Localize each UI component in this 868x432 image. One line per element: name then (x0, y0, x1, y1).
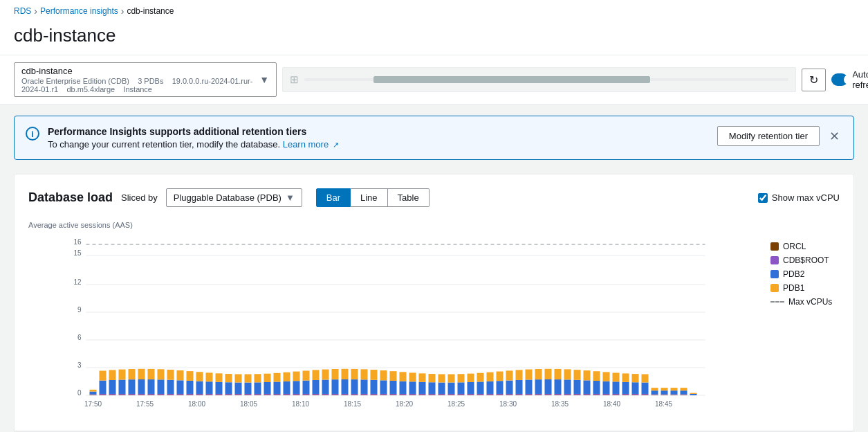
auto-refresh-toggle[interactable]: Auto refresh (831, 69, 868, 90)
svg-rect-132 (361, 379, 368, 394)
breadcrumb-performance-insights[interactable]: Performance insights (40, 6, 118, 16)
svg-rect-99 (284, 394, 290, 395)
instance-type: db.m5.4xlarge (66, 85, 115, 93)
svg-rect-34 (129, 395, 136, 395)
svg-rect-233 (603, 372, 610, 381)
svg-rect-204 (535, 379, 542, 394)
svg-rect-149 (400, 372, 407, 381)
svg-rect-68 (206, 381, 213, 394)
sliced-by-selector[interactable]: Pluggable Database (PDB) ▼ (166, 188, 302, 207)
info-banner-actions: Modify retention tier ✕ (717, 126, 842, 146)
svg-text:18:40: 18:40 (603, 400, 620, 408)
svg-rect-225 (584, 370, 591, 380)
svg-rect-146 (400, 395, 407, 395)
svg-rect-212 (555, 379, 562, 394)
svg-rect-208 (545, 379, 552, 394)
svg-rect-192 (506, 381, 513, 394)
show-max-vcpu-checkbox[interactable] (758, 193, 768, 203)
svg-rect-38 (138, 395, 145, 395)
svg-rect-98 (284, 395, 290, 395)
svg-rect-56 (177, 380, 184, 394)
svg-rect-90 (264, 395, 271, 395)
svg-text:18:25: 18:25 (447, 400, 465, 408)
svg-rect-260 (671, 390, 678, 394)
time-range-selector[interactable]: ⊞ (282, 67, 796, 92)
svg-rect-110 (313, 395, 320, 395)
svg-rect-156 (419, 382, 426, 394)
svg-rect-215 (564, 394, 571, 395)
modify-retention-tier-button[interactable]: Modify retention tier (717, 126, 820, 146)
svg-rect-73 (216, 373, 223, 381)
database-load-panel: Database load Sliced by Pluggable Databa… (14, 174, 854, 431)
svg-rect-23 (100, 394, 107, 395)
svg-rect-201 (526, 370, 533, 380)
controls-bar: cdb-instance Oracle Enterprise Edition (… (0, 55, 868, 105)
info-banner-text: Performance Insights supports additional… (48, 126, 709, 150)
svg-rect-22 (100, 395, 107, 395)
tab-bar[interactable]: Bar (316, 188, 351, 207)
chart-container: 16 15 12 9 6 3 0 (28, 235, 840, 417)
legend-cdbroot: CDB$ROOT (770, 255, 840, 265)
svg-rect-69 (206, 372, 213, 381)
svg-rect-75 (225, 394, 232, 395)
y-axis-label: Average active sessions (AAS) (28, 221, 840, 229)
tab-line[interactable]: Line (351, 188, 388, 207)
svg-rect-25 (100, 371, 107, 381)
svg-rect-92 (264, 382, 271, 394)
show-max-vcpu-label: Show max vCPU (772, 192, 840, 203)
svg-text:12: 12 (73, 278, 82, 286)
instance-select-content: cdb-instance Oracle Enterprise Edition (… (21, 66, 254, 93)
chart-area: Average active sessions (AAS) 16 15 12 9… (28, 221, 840, 417)
svg-rect-62 (196, 395, 203, 395)
svg-rect-203 (535, 394, 542, 395)
svg-rect-248 (642, 382, 649, 393)
svg-rect-89 (255, 374, 261, 382)
svg-rect-224 (584, 380, 591, 394)
svg-rect-197 (516, 370, 523, 380)
svg-rect-71 (216, 394, 223, 395)
svg-rect-187 (497, 394, 504, 395)
sliced-by-value: Pluggable Database (PDB) (174, 192, 281, 203)
svg-rect-150 (409, 395, 416, 395)
svg-rect-133 (361, 369, 368, 379)
tab-table[interactable]: Table (388, 188, 430, 207)
learn-more-link[interactable]: Learn more ↗ (283, 139, 339, 150)
refresh-button[interactable]: ↻ (802, 69, 826, 91)
svg-rect-32 (119, 380, 126, 394)
close-banner-button[interactable]: ✕ (827, 129, 842, 144)
svg-rect-140 (380, 380, 387, 394)
instance-selector[interactable]: cdb-instance Oracle Enterprise Edition (… (14, 62, 277, 97)
svg-rect-59 (187, 394, 194, 395)
breadcrumb-rds[interactable]: RDS (14, 6, 31, 16)
svg-rect-239 (622, 394, 629, 395)
svg-rect-101 (284, 372, 290, 381)
svg-rect-52 (167, 380, 174, 394)
legend-pdb2: PDB2 (770, 269, 840, 279)
legend-dash-maxvcpu (770, 301, 784, 303)
svg-text:18:30: 18:30 (499, 400, 517, 408)
svg-rect-129 (351, 369, 358, 379)
svg-rect-21 (90, 390, 97, 392)
svg-rect-199 (526, 394, 533, 395)
svg-rect-211 (555, 394, 562, 395)
svg-rect-194 (516, 395, 523, 395)
svg-rect-151 (409, 394, 416, 395)
breadcrumb-current: cdb-instance (127, 6, 174, 16)
svg-rect-117 (322, 370, 329, 380)
svg-rect-257 (661, 388, 668, 390)
svg-rect-217 (564, 369, 571, 379)
svg-rect-87 (255, 394, 261, 395)
svg-rect-249 (642, 374, 649, 382)
svg-rect-166 (448, 395, 455, 395)
svg-rect-19 (90, 395, 97, 395)
svg-rect-206 (545, 395, 552, 395)
svg-rect-116 (322, 379, 329, 393)
svg-rect-48 (158, 379, 165, 394)
svg-rect-61 (187, 371, 194, 381)
sliced-by-chevron: ▼ (286, 192, 295, 203)
auto-refresh-switch[interactable] (831, 73, 848, 86)
svg-rect-111 (313, 394, 320, 395)
svg-rect-127 (351, 394, 358, 395)
svg-rect-60 (187, 381, 194, 394)
svg-text:17:50: 17:50 (84, 400, 102, 408)
